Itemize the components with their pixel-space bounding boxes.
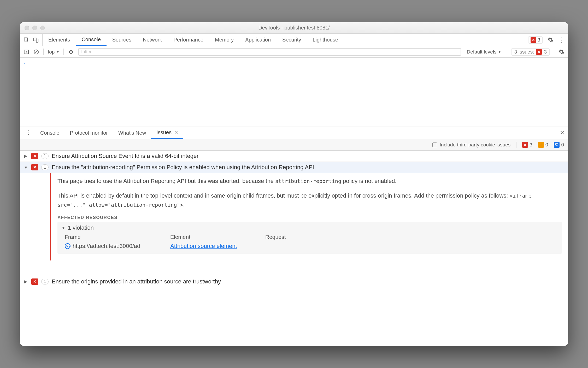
- drawer-tab-console[interactable]: Console: [35, 127, 64, 139]
- spacer-row: [20, 260, 568, 276]
- issue-title: Ensure Attribution Source Event Id is a …: [52, 153, 199, 159]
- page-error-icon: ✕: [31, 164, 38, 170]
- console-prompt[interactable]: ›: [20, 58, 568, 68]
- filter-input[interactable]: [78, 48, 461, 56]
- main-tab-strip: Elements Console Sources Network Perform…: [20, 34, 568, 46]
- col-request: Request: [265, 234, 558, 240]
- collapse-icon: ▼: [23, 165, 28, 170]
- element-link[interactable]: Attribution source element: [170, 243, 237, 249]
- affected-resources-header: Affected Resources: [57, 215, 562, 220]
- issue-count-badge: 1: [41, 164, 49, 170]
- more-icon[interactable]: ⋮: [558, 36, 565, 44]
- drawer-tab-issues[interactable]: Issues ✕: [151, 127, 183, 139]
- chevron-down-icon: ▼: [56, 50, 59, 54]
- violation-toggle[interactable]: ▼ 1 violation: [61, 224, 558, 231]
- settings-icon[interactable]: [547, 37, 554, 43]
- issue-description: This API is enabled by default in the to…: [57, 191, 562, 209]
- expand-icon: ▶: [23, 154, 28, 158]
- clear-console-icon[interactable]: [33, 49, 39, 55]
- warning-count[interactable]: ! 0: [538, 142, 548, 148]
- info-count[interactable]: 🗨 0: [554, 142, 564, 148]
- tab-console[interactable]: Console: [76, 34, 106, 46]
- request-cell: [265, 243, 558, 250]
- issue-title: Ensure the origins provided in an attrib…: [52, 278, 221, 285]
- issue-count-badge: 1: [41, 153, 49, 159]
- error-icon: ✕: [522, 142, 528, 148]
- svg-point-6: [70, 51, 72, 52]
- close-drawer-icon[interactable]: ✕: [560, 129, 565, 136]
- tab-security[interactable]: Security: [277, 34, 307, 46]
- issue-row[interactable]: ▶ ✕ 1 Ensure the origins provided in an …: [20, 276, 568, 287]
- svg-line-5: [35, 50, 38, 53]
- context-selector[interactable]: top ▼: [48, 49, 59, 55]
- chevron-right-icon: ›: [23, 60, 25, 66]
- drawer-tab-protocol-monitor[interactable]: Protocol monitor: [64, 127, 113, 139]
- page-error-icon: ✕: [31, 278, 38, 285]
- drawer-tab-strip: ⋮ Console Protocol monitor What's New Is…: [20, 127, 568, 139]
- page-error-icon: ✕: [31, 153, 38, 159]
- console-settings-icon[interactable]: [558, 49, 565, 55]
- collapse-icon: ▼: [61, 225, 66, 230]
- inspect-element-icon[interactable]: [23, 37, 29, 43]
- svg-rect-2: [36, 39, 38, 42]
- tab-network[interactable]: Network: [137, 34, 168, 46]
- window-title: DevTools - publisher.test:8081/: [20, 25, 568, 31]
- issue-description: This page tries to use the Attribution R…: [57, 177, 562, 186]
- device-toolbar-icon[interactable]: [33, 37, 39, 43]
- issue-title: Ensure the "attribution-reporting" Permi…: [52, 164, 314, 171]
- issue-row[interactable]: ▼ ✕ 1 Ensure the "attribution-reporting"…: [20, 162, 568, 173]
- third-party-checkbox[interactable]: Include third-party cookie issues: [432, 142, 510, 148]
- close-tab-icon[interactable]: ✕: [174, 130, 178, 135]
- info-icon: 🗨: [554, 142, 560, 148]
- error-count-badge[interactable]: ✕ 3: [528, 36, 543, 44]
- frame-icon: </>: [65, 243, 70, 249]
- tab-sources[interactable]: Sources: [107, 34, 137, 46]
- expand-icon: ▶: [23, 279, 28, 284]
- error-count[interactable]: ✕ 3: [522, 142, 532, 148]
- drawer-tab-whats-new[interactable]: What's New: [113, 127, 151, 139]
- error-icon: ✕: [536, 49, 542, 55]
- issues-summary[interactable]: 3 Issues: ✕ 3: [511, 48, 550, 56]
- tab-memory[interactable]: Memory: [209, 34, 239, 46]
- tab-elements[interactable]: Elements: [43, 34, 76, 46]
- issue-row[interactable]: ▶ ✕ 1 Ensure Attribution Source Event Id…: [20, 151, 568, 162]
- tab-lighthouse[interactable]: Lighthouse: [307, 34, 344, 46]
- code-snippet: attribution-reporting: [275, 178, 341, 184]
- console-toolbar: top ▼ Default levels ▼ 3 Issues: ✕ 3: [20, 46, 568, 58]
- chevron-down-icon: ▼: [498, 50, 501, 54]
- tab-application[interactable]: Application: [239, 34, 277, 46]
- frame-cell[interactable]: </> https://adtech.test:3000/ad: [65, 243, 164, 250]
- col-frame: Frame: [65, 234, 164, 240]
- checkbox-icon: [432, 143, 437, 147]
- log-levels-selector[interactable]: Default levels ▼: [465, 49, 503, 55]
- issue-count-badge: 1: [41, 279, 49, 284]
- live-expression-icon[interactable]: [68, 49, 74, 55]
- issues-filter-bar: Include third-party cookie issues ✕ 3 ! …: [20, 139, 568, 151]
- col-element: Element: [170, 234, 259, 240]
- tab-performance[interactable]: Performance: [168, 34, 209, 46]
- error-icon: ✕: [531, 37, 536, 43]
- show-sidebar-icon[interactable]: [23, 49, 29, 55]
- title-bar: DevTools - publisher.test:8081/: [20, 22, 568, 34]
- drawer-more-icon[interactable]: ⋮: [22, 129, 35, 136]
- issue-detail: This page tries to use the Attribution R…: [50, 173, 568, 260]
- affected-resources: ▼ 1 violation Frame Element Request </> …: [57, 222, 562, 254]
- devtools-window: DevTools - publisher.test:8081/ Elements…: [20, 22, 568, 346]
- warning-icon: !: [538, 142, 544, 148]
